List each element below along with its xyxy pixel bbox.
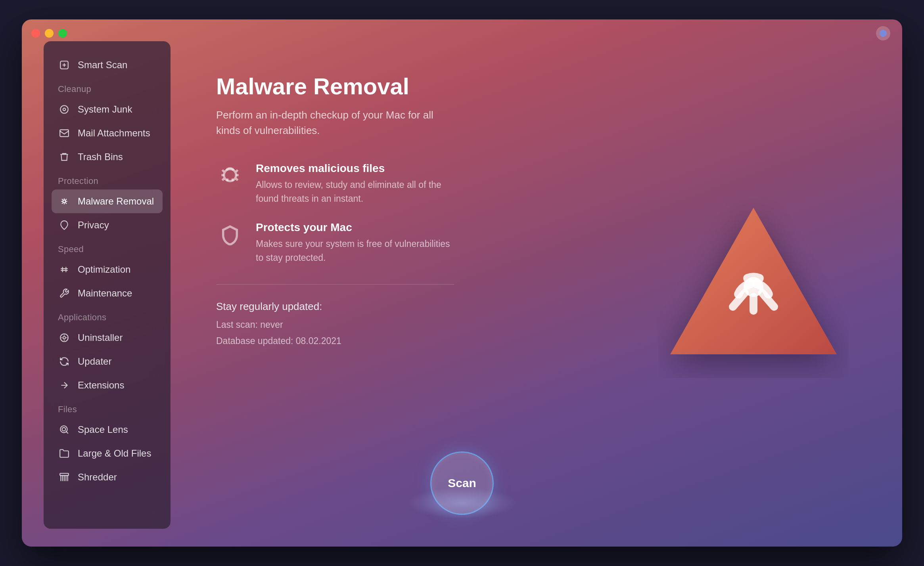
privacy-icon [58,219,71,231]
sidebar-item-smart-scan[interactable]: Smart Scan [52,53,163,77]
removes-malicious-desc: Allows to review, study and eliminate al… [256,178,454,205]
svg-point-5 [63,337,66,339]
sidebar-item-privacy[interactable]: Privacy [52,213,163,237]
svg-rect-9 [60,473,69,475]
applications-section-label: Applications [52,305,163,326]
space-lens-label: Space Lens [78,424,128,435]
illustration [658,188,849,378]
shredder-label: Shredder [78,472,117,483]
maximize-button[interactable] [58,29,67,38]
shield-icon [216,221,244,249]
protection-section-label: Protection [52,169,163,189]
sidebar-item-large-old-files[interactable]: Large & Old Files [52,442,163,465]
sidebar-item-uninstaller[interactable]: Uninstaller [52,326,163,350]
scan-button-wrap: Scan [430,451,494,515]
sidebar-item-maintenance[interactable]: Maintenance [52,281,163,305]
protects-mac-text: Protects your Mac Makes sure your system… [256,221,454,264]
sidebar-item-shredder[interactable]: Shredder [52,465,163,489]
large-old-files-label: Large & Old Files [78,448,151,459]
sidebar-item-trash-bins[interactable]: Trash Bins [52,145,163,169]
features-list: Removes malicious files Allows to review… [216,162,494,264]
close-button[interactable] [31,29,40,38]
protects-mac-title: Protects your Mac [256,221,454,234]
protects-mac-desc: Makes sure your system is free of vulner… [256,237,454,264]
cleanup-section-label: Cleanup [52,77,163,98]
sidebar: Smart Scan Cleanup System Junk Mail Atta… [44,41,171,529]
sidebar-item-extensions[interactable]: Extensions [52,373,163,397]
mail-icon [58,127,71,140]
space-lens-icon [58,423,71,436]
minimize-button[interactable] [45,29,54,38]
mail-attachments-label: Mail Attachments [78,128,150,139]
svg-rect-3 [60,130,69,136]
page-title: Malware Removal [216,73,849,99]
svg-point-8 [62,428,66,431]
system-junk-label: System Junk [78,104,132,115]
large-old-files-icon [58,447,71,460]
svg-point-2 [63,108,66,111]
shredder-icon [58,471,71,484]
trash-icon [58,151,71,163]
speed-section-label: Speed [52,237,163,258]
smart-scan-label: Smart Scan [78,59,127,71]
malware-icon [58,195,71,208]
title-bar [22,19,902,47]
updater-icon [58,355,71,368]
svg-point-1 [60,105,68,113]
extensions-label: Extensions [78,380,124,391]
app-window: Smart Scan Cleanup System Junk Mail Atta… [22,19,902,547]
sidebar-item-updater[interactable]: Updater [52,350,163,373]
divider [216,284,454,285]
main-content: Malware Removal Perform an in-depth chec… [184,41,880,525]
sidebar-item-space-lens[interactable]: Space Lens [52,418,163,442]
malware-removal-label: Malware Removal [78,196,154,207]
uninstaller-icon [58,331,71,344]
system-junk-icon [58,103,71,116]
optimization-label: Optimization [78,264,130,275]
svg-point-4 [63,200,66,203]
sidebar-item-system-junk[interactable]: System Junk [52,98,163,121]
sidebar-item-optimization[interactable]: Optimization [52,258,163,281]
maintenance-icon [58,287,71,300]
optimization-icon [58,263,71,276]
updater-label: Updater [78,356,111,367]
uninstaller-label: Uninstaller [78,332,123,343]
feature-protects-mac: Protects your Mac Makes sure your system… [216,221,494,264]
sidebar-item-malware-removal[interactable]: Malware Removal [52,189,163,213]
traffic-lights [31,29,67,38]
window-control-right[interactable] [876,26,890,40]
bug-icon [216,162,244,190]
maintenance-label: Maintenance [78,288,132,299]
smart-scan-icon [58,59,71,71]
sidebar-item-mail-attachments[interactable]: Mail Attachments [52,121,163,145]
scan-glow [406,487,518,519]
removes-malicious-text: Removes malicious files Allows to review… [256,162,454,205]
trash-bins-label: Trash Bins [78,151,123,163]
svg-point-7 [60,426,67,432]
feature-removes-malicious: Removes malicious files Allows to review… [216,162,494,205]
privacy-label: Privacy [78,220,109,231]
removes-malicious-title: Removes malicious files [256,162,454,175]
extensions-icon [58,379,71,392]
page-subtitle: Perform an in-depth checkup of your Mac … [216,107,454,138]
files-section-label: Files [52,397,163,418]
